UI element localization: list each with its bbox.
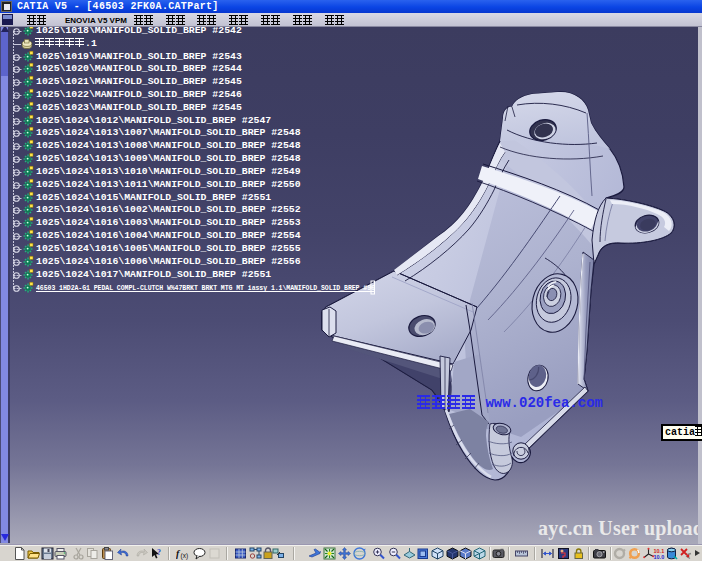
svg-text:?: ? bbox=[157, 548, 161, 557]
svg-text:10.1: 10.1 bbox=[654, 548, 665, 554]
svg-text:10.0: 10.0 bbox=[654, 554, 665, 560]
svg-text:(x): (x) bbox=[181, 552, 189, 560]
